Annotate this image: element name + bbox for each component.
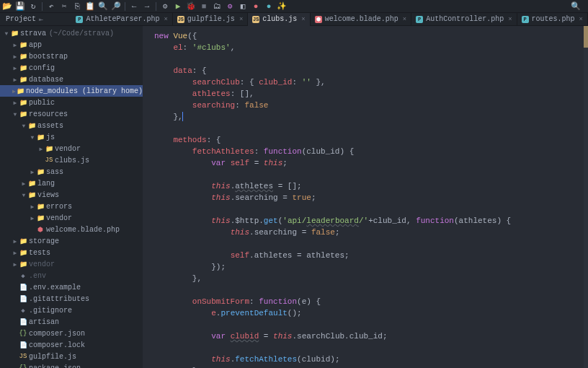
tree-folder[interactable]: ▼📁js: [0, 131, 143, 143]
tree-folder[interactable]: ▶📁tests: [0, 247, 143, 258]
tree-label: .env.example: [27, 284, 81, 292]
folder-icon: 📁: [27, 191, 36, 199]
tree-folder[interactable]: ▼📁assets: [0, 120, 143, 131]
code-editor[interactable]: new Vue({ el: '#clubs', data: { searchCl…: [143, 26, 588, 368]
js-file-icon: JS: [252, 16, 259, 23]
main-toolbar: 📂 💾 ↻ ↶ ✂ ⎘ 📋 🔍 🔎 ← → ⚙ ▶ 🐞 ■ 🗂 ⚙ ◧ ● ● …: [0, 0, 588, 13]
expand-arrow-icon[interactable]: ▶: [37, 146, 45, 152]
close-icon[interactable]: ×: [579, 16, 583, 23]
tree-folder[interactable]: ▶📁sass: [0, 166, 143, 178]
project-tree[interactable]: ▼📁strava(~/Code/strava)▶📁app▶📁bootstrap▶…: [0, 26, 143, 368]
tree-file[interactable]: 📄.gitattributes: [0, 293, 143, 305]
tree-folder[interactable]: ▼📁strava(~/Code/strava): [0, 27, 143, 39]
tree-file[interactable]: JSclubs.js: [0, 154, 143, 166]
paste-icon[interactable]: 📋: [86, 2, 94, 11]
undo-icon[interactable]: ↶: [47, 2, 55, 11]
tree-folder[interactable]: ▼📁resources: [0, 108, 143, 120]
expand-arrow-icon[interactable]: ▶: [12, 261, 19, 268]
stop-icon[interactable]: ■: [200, 2, 208, 11]
expand-arrow-icon[interactable]: ▶: [29, 169, 36, 175]
tree-label: vendor: [53, 145, 81, 153]
expand-arrow-icon[interactable]: ▶: [12, 65, 19, 71]
close-icon[interactable]: ×: [164, 16, 167, 23]
tree-file[interactable]: 📄artisan: [0, 316, 143, 328]
expand-arrow-icon[interactable]: ▼: [20, 192, 27, 198]
editor-tab[interactable]: Proutes.php×: [517, 13, 588, 26]
tree-file[interactable]: ◆.env: [0, 270, 143, 281]
tree-folder[interactable]: ▶📁vendor: [0, 212, 143, 224]
expand-arrow-icon[interactable]: ▶: [12, 42, 19, 48]
expand-arrow-icon[interactable]: ▼: [20, 123, 27, 129]
tree-folder[interactable]: ▶📁bootstrap: [0, 51, 143, 62]
expand-arrow-icon[interactable]: ▶: [20, 180, 27, 187]
expand-arrow-icon[interactable]: ▶: [12, 76, 19, 83]
close-icon[interactable]: ×: [239, 16, 243, 23]
expand-arrow-icon[interactable]: ▶: [29, 203, 36, 210]
save-icon[interactable]: 💾: [16, 2, 24, 11]
folder-icon: 📁: [27, 122, 36, 130]
toolbar-separator: [42, 2, 43, 11]
run-icon[interactable]: ▶: [174, 2, 182, 11]
tree-label: tests: [27, 249, 50, 257]
refresh-icon[interactable]: ↻: [29, 2, 37, 11]
db-green-icon[interactable]: ●: [264, 2, 273, 11]
tree-folder[interactable]: ▶📁errors: [0, 201, 143, 212]
close-icon[interactable]: ×: [508, 16, 512, 23]
debug-icon[interactable]: 🐞: [187, 2, 195, 11]
back-icon[interactable]: ←: [130, 2, 138, 11]
expand-arrow-icon[interactable]: ▶: [12, 53, 19, 60]
replace-icon[interactable]: 🔎: [112, 2, 120, 11]
scrollbar-track[interactable]: [584, 26, 588, 368]
tree-folder[interactable]: ▶📁lang: [0, 178, 143, 189]
collapse-icon[interactable]: ⇤: [39, 15, 43, 24]
tree-folder[interactable]: ▶📁storage: [0, 235, 143, 247]
close-icon[interactable]: ×: [403, 16, 406, 23]
editor-tab[interactable]: JSgulpfile.js×: [173, 13, 248, 26]
settings-icon[interactable]: ⚙: [226, 2, 234, 11]
copy-icon[interactable]: ⎘: [73, 2, 81, 11]
tree-file[interactable]: 📄.env.example: [0, 281, 143, 293]
editor-tab[interactable]: ⬢welcome.blade.php×: [311, 13, 411, 26]
tree-folder[interactable]: ▶📁node_modules (library home): [0, 85, 143, 97]
forward-icon[interactable]: →: [143, 2, 151, 11]
tree-folder[interactable]: ▶📁vendor: [0, 143, 143, 154]
tree-file[interactable]: ⬢welcome.blade.php: [0, 224, 143, 235]
tree-file[interactable]: 📄composer.lock: [0, 339, 143, 351]
profile-icon[interactable]: 🗂: [213, 2, 221, 11]
tree-folder[interactable]: ▶📁database: [0, 74, 143, 85]
tree-folder[interactable]: ▶📁app: [0, 39, 143, 51]
tree-file[interactable]: ◆.gitignore: [0, 305, 143, 316]
expand-arrow-icon[interactable]: ▶: [12, 238, 19, 245]
tree-file[interactable]: {}package.json: [0, 362, 143, 368]
cut-icon[interactable]: ✂: [60, 2, 68, 11]
wand-icon[interactable]: ✨: [277, 2, 286, 11]
expand-arrow-icon[interactable]: ▼: [3, 30, 10, 37]
scrollbar-thumb[interactable]: [584, 26, 588, 48]
close-icon[interactable]: ×: [301, 16, 305, 23]
build-icon[interactable]: ⚙: [161, 2, 169, 11]
expand-arrow-icon[interactable]: ▼: [29, 134, 36, 141]
tab-label: AthleteParser.php: [86, 15, 159, 23]
tree-folder[interactable]: ▼📁views: [0, 189, 143, 201]
expand-arrow-icon[interactable]: ▼: [12, 111, 19, 118]
structure-icon[interactable]: ◧: [239, 2, 247, 11]
code-content[interactable]: new Vue({ el: '#clubs', data: { searchCl…: [143, 30, 588, 368]
editor-tab[interactable]: JSclubs.js×: [248, 13, 310, 26]
tree-file[interactable]: {}composer.json: [0, 328, 143, 339]
tree-label: errors: [45, 203, 72, 211]
tree-folder[interactable]: ▶📁vendor: [0, 258, 143, 270]
tree-folder[interactable]: ▶📁public: [0, 97, 143, 108]
tree-file[interactable]: JSgulpfile.js: [0, 351, 143, 362]
expand-arrow-icon[interactable]: ▶: [12, 88, 17, 95]
expand-arrow-icon[interactable]: ▶: [29, 215, 36, 222]
search-everywhere-icon[interactable]: 🔍: [566, 1, 585, 11]
editor-tab[interactable]: PAthleteParser.php×: [71, 13, 172, 26]
expand-arrow-icon[interactable]: ▶: [12, 100, 19, 106]
db-red-icon[interactable]: ●: [251, 2, 260, 11]
find-icon[interactable]: 🔍: [99, 2, 107, 11]
editor-tab[interactable]: PAuthController.php×: [411, 13, 517, 26]
expand-arrow-icon[interactable]: ▶: [12, 250, 19, 256]
tree-folder[interactable]: ▶📁config: [0, 62, 143, 74]
open-icon[interactable]: 📂: [3, 2, 12, 11]
project-tool-label[interactable]: Project ⇤: [0, 15, 71, 24]
